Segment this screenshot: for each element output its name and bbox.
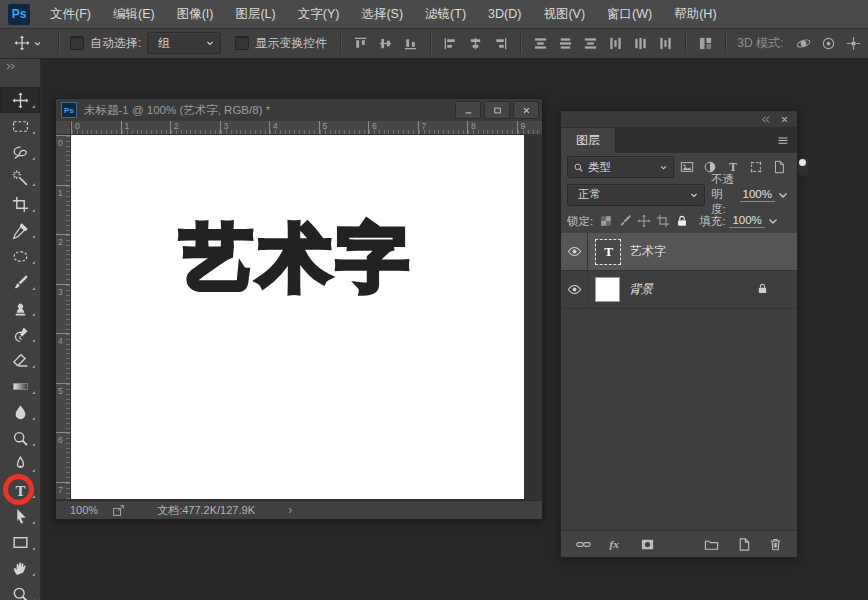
tool-eraser[interactable]: [0, 347, 40, 373]
menu-edit[interactable]: 编辑(E): [102, 1, 166, 28]
separator: [340, 33, 341, 53]
close-panel-icon[interactable]: [779, 114, 790, 125]
pixel-filter-button[interactable]: [676, 157, 697, 178]
tool-path-selection[interactable]: [0, 503, 40, 529]
menu-3d[interactable]: 3D(D): [477, 1, 532, 28]
tool-crop[interactable]: [0, 191, 40, 217]
smart-object-filter-button[interactable]: [768, 157, 789, 178]
tool-magic-wand[interactable]: [0, 165, 40, 191]
tool-dodge[interactable]: [0, 425, 40, 451]
tool-history-brush[interactable]: [0, 321, 40, 347]
export-icon[interactable]: [112, 504, 125, 517]
group-button[interactable]: [701, 534, 721, 555]
menu-type[interactable]: 文字(Y): [287, 1, 351, 28]
tool-blur[interactable]: [0, 399, 40, 425]
menu-layer[interactable]: 图层(L): [224, 1, 286, 28]
tool-gradient[interactable]: [0, 373, 40, 399]
align-horizontal-centers-button[interactable]: [463, 32, 488, 54]
shape-filter-button[interactable]: [745, 157, 766, 178]
blend-mode-dropdown[interactable]: 正常: [567, 184, 705, 206]
status-options-icon[interactable]: [285, 505, 296, 516]
layer-thumbnail-background[interactable]: [595, 277, 620, 302]
tool-brush[interactable]: [0, 269, 40, 295]
delete-button[interactable]: [765, 534, 785, 555]
menu-image[interactable]: 图像(I): [166, 1, 225, 28]
menu-file[interactable]: 文件(F): [39, 1, 102, 28]
visibility-toggle[interactable]: [561, 233, 588, 270]
toolbar-collapse-button[interactable]: [0, 58, 40, 74]
ruler-mark: 6: [368, 121, 418, 134]
align-top-edges-button[interactable]: [348, 32, 373, 54]
chevron-down-icon[interactable]: [775, 187, 791, 203]
tool-rectangle-shape[interactable]: [0, 529, 40, 555]
auto-align-layers-button[interactable]: [693, 32, 718, 54]
chevron-down-icon[interactable]: [765, 213, 781, 229]
3d-orbit-button[interactable]: [791, 32, 816, 54]
3d-roll-button[interactable]: [816, 32, 841, 54]
patch-icon: [12, 248, 29, 265]
canvas[interactable]: 艺术字: [71, 135, 524, 499]
align-bottom-edges-button[interactable]: [398, 32, 423, 54]
tool-eyedropper[interactable]: [0, 217, 40, 243]
close-button[interactable]: [513, 101, 539, 119]
distribute-horizontal-centers-button[interactable]: [628, 32, 653, 54]
menu-help[interactable]: 帮助(H): [663, 1, 727, 28]
tool-move[interactable]: [0, 87, 40, 113]
menu-filter[interactable]: 滤镜(T): [414, 1, 477, 28]
lock-artboard-button[interactable]: [654, 211, 672, 232]
minimize-button[interactable]: [455, 101, 481, 119]
tool-lasso[interactable]: [0, 139, 40, 165]
new-layer-button[interactable]: [733, 534, 753, 555]
align-right-edges-button[interactable]: [488, 32, 513, 54]
tool-patch[interactable]: [0, 243, 40, 269]
link-layers-button[interactable]: [573, 534, 593, 555]
distribute-vertical-centers-button[interactable]: [553, 32, 578, 54]
distribute-right-edges-button[interactable]: [653, 32, 678, 54]
tool-type[interactable]: T: [0, 477, 40, 503]
3d-pan-button[interactable]: [841, 32, 866, 54]
tab-layers[interactable]: 图层: [561, 128, 616, 153]
auto-select-target-dropdown[interactable]: 组: [147, 32, 221, 54]
distribute-bottom-edges-button[interactable]: [578, 32, 603, 54]
distribute-left-edges-button[interactable]: [603, 32, 628, 54]
panel-topstrip: [561, 111, 797, 128]
auto-select-checkbox[interactable]: [70, 36, 84, 50]
tool-clone-stamp[interactable]: [0, 295, 40, 321]
show-transform-checkbox[interactable]: [235, 36, 249, 50]
fill-value[interactable]: 100%: [729, 214, 764, 228]
lock-all-button[interactable]: [673, 211, 691, 232]
layer-row-background[interactable]: 背景: [561, 271, 797, 309]
tool-rectangular-marquee[interactable]: [0, 113, 40, 139]
menu-view[interactable]: 视图(V): [532, 1, 596, 28]
ruler-mark: 3: [220, 121, 270, 134]
adjustment-button[interactable]: [669, 534, 689, 555]
type-icon: T: [601, 244, 616, 259]
opacity-value[interactable]: 100%: [740, 188, 775, 202]
panel-menu-button[interactable]: [776, 128, 797, 153]
tool-zoom[interactable]: [0, 581, 40, 600]
menu-select[interactable]: 选择(S): [350, 1, 414, 28]
layer-thumbnail-text[interactable]: T: [595, 239, 621, 265]
visibility-toggle[interactable]: [561, 271, 588, 308]
lock-paint-button[interactable]: [616, 211, 634, 232]
tool-pen[interactable]: [0, 451, 40, 477]
menu-window[interactable]: 窗口(W): [596, 1, 663, 28]
layer-style-fx-button[interactable]: fx: [605, 534, 625, 555]
maximize-button[interactable]: [484, 101, 510, 119]
3d-mode-label: 3D 模式:: [737, 35, 783, 52]
eraser-icon: [12, 352, 29, 369]
zoom-level-field[interactable]: 100%: [70, 504, 98, 516]
document-titlebar[interactable]: Ps 未标题-1 @ 100% (艺术字, RGB/8) *: [56, 99, 542, 122]
layer-row-text[interactable]: T艺术字: [561, 233, 797, 271]
lock-position-button[interactable]: [635, 211, 653, 232]
align-left-edges-button[interactable]: [438, 32, 463, 54]
tool-hand[interactable]: [0, 555, 40, 581]
filter-toggle-switch[interactable]: [797, 157, 810, 177]
align-vertical-centers-button[interactable]: [373, 32, 398, 54]
filter-type-dropdown[interactable]: 类型: [567, 156, 674, 178]
lock-transparent-button[interactable]: [597, 211, 615, 232]
current-tool-indicator[interactable]: [14, 35, 43, 51]
collapse-panel-icon[interactable]: [760, 114, 771, 125]
distribute-top-edges-button[interactable]: [528, 32, 553, 54]
add-mask-button[interactable]: [637, 534, 657, 555]
